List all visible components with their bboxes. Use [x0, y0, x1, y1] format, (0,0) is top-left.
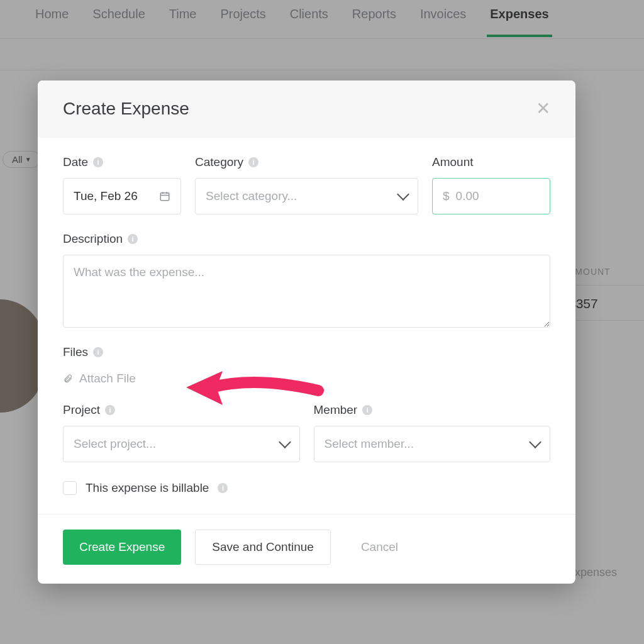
category-select[interactable]: Select category...: [195, 178, 418, 214]
description-label-text: Description: [63, 232, 123, 246]
create-expense-modal: Create Expense ✕ Date i Tue, Feb 26: [38, 80, 575, 584]
paperclip-icon: [63, 373, 73, 384]
description-label: Description i: [63, 232, 550, 246]
project-select[interactable]: Select project...: [63, 426, 300, 462]
files-label-text: Files: [63, 345, 88, 359]
modal-header: Create Expense ✕: [38, 80, 575, 138]
info-icon[interactable]: i: [128, 234, 138, 244]
chevron-down-icon: [397, 188, 409, 201]
project-placeholder: Select project...: [74, 437, 156, 451]
amount-placeholder: 0.00: [456, 189, 479, 203]
currency-symbol: $: [443, 189, 450, 203]
member-placeholder: Select member...: [325, 437, 414, 451]
close-icon[interactable]: ✕: [536, 98, 550, 119]
info-icon[interactable]: i: [248, 157, 258, 167]
info-icon[interactable]: i: [93, 157, 103, 167]
chevron-down-icon: [529, 436, 541, 448]
member-label: Member i: [314, 403, 551, 417]
date-input[interactable]: Tue, Feb 26: [63, 178, 181, 214]
calendar-icon: [159, 191, 170, 202]
save-and-continue-button[interactable]: Save and Continue: [195, 530, 331, 565]
svg-rect-0: [160, 193, 169, 201]
attach-file-label: Attach File: [79, 372, 136, 386]
date-label-text: Date: [63, 155, 88, 169]
project-label: Project i: [63, 403, 300, 417]
billable-checkbox[interactable]: [63, 481, 77, 495]
category-placeholder: Select category...: [206, 189, 297, 203]
create-expense-button[interactable]: Create Expense: [63, 530, 181, 565]
billable-row: This expense is billable i: [63, 481, 550, 495]
date-value: Tue, Feb 26: [74, 189, 138, 203]
category-label-text: Category: [195, 155, 243, 169]
project-label-text: Project: [63, 403, 100, 417]
info-icon[interactable]: i: [105, 405, 115, 415]
attach-file-button[interactable]: Attach File: [63, 372, 550, 386]
member-label-text: Member: [314, 403, 358, 417]
date-label: Date i: [63, 155, 181, 169]
billable-label: This expense is billable: [86, 481, 209, 495]
amount-label: Amount: [432, 155, 550, 169]
description-textarea[interactable]: [63, 255, 550, 328]
modal-body: Date i Tue, Feb 26 Category i: [38, 138, 575, 514]
info-icon[interactable]: i: [218, 483, 228, 493]
info-icon[interactable]: i: [362, 405, 372, 415]
modal-title: Create Expense: [63, 99, 189, 119]
category-label: Category i: [195, 155, 418, 169]
info-icon[interactable]: i: [93, 347, 103, 357]
cancel-button[interactable]: Cancel: [345, 530, 414, 565]
files-label: Files i: [63, 345, 550, 359]
member-select[interactable]: Select member...: [314, 426, 551, 462]
amount-input[interactable]: $ 0.00: [432, 178, 550, 214]
amount-label-text: Amount: [432, 155, 473, 169]
chevron-down-icon: [279, 436, 291, 448]
modal-footer: Create Expense Save and Continue Cancel: [38, 514, 575, 584]
